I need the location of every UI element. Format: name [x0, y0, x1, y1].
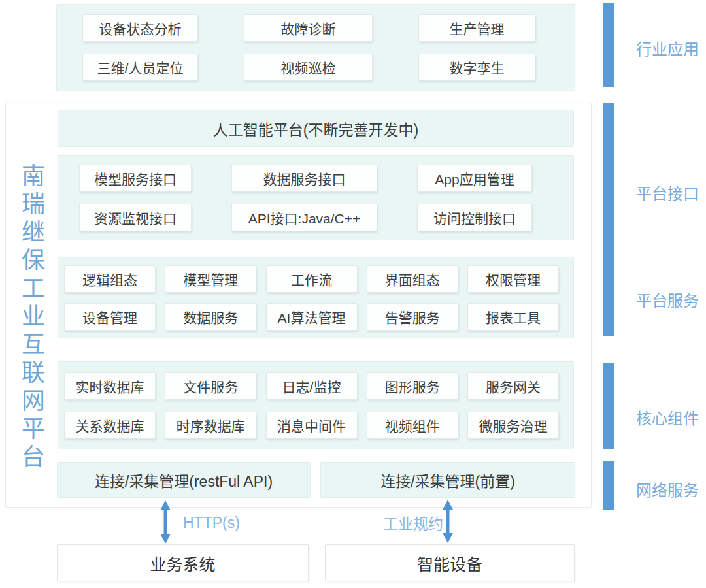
- app-box-fault-diagnosis: 故障诊断: [244, 14, 373, 42]
- svc-box-ai-algorithm: AI算法管理: [266, 303, 358, 331]
- app-box-3d-personnel: 三维/人员定位: [82, 54, 198, 81]
- services-row-2: 设备管理 数据服务 AI算法管理 告警服务 报表工具: [58, 303, 573, 331]
- if-box-access-control: 访问控制接口: [417, 204, 532, 231]
- category-label-industry: 行业应用: [636, 37, 705, 59]
- platform-interface-panel: 模型服务接口 数据服务接口 App应用管理 资源监视接口 API接口:Java/…: [58, 155, 574, 240]
- core-box-graphic-service: 图形服务: [367, 372, 458, 400]
- industry-row-2: 三维/人员定位 视频巡检 数字孪生: [57, 54, 575, 81]
- svc-box-data-service: 数据服务: [165, 303, 256, 331]
- protocol-label-industrial: 工业规约: [380, 512, 443, 534]
- core-box-message-middleware: 消息中间件: [266, 412, 358, 439]
- architecture-diagram: 设备状态分析 故障诊断 生产管理 三维/人员定位 视频巡检 数字孪生 南瑞继保工…: [0, 0, 706, 588]
- svc-box-model-mgmt: 模型管理: [165, 265, 256, 293]
- app-box-device-status: 设备状态分析: [82, 14, 198, 42]
- svc-box-ui-config: 界面组态: [367, 265, 458, 293]
- category-label-services: 平台服务: [636, 288, 705, 311]
- net-box-front-end: 连接/采集管理(前置): [320, 462, 575, 498]
- if-box-api-java-cpp: API接口:Java/C++: [231, 204, 377, 231]
- svc-box-alarm-service: 告警服务: [367, 303, 458, 331]
- category-bar-industry: [603, 3, 614, 87]
- net-box-restful-api: 连接/采集管理(restFul API): [57, 462, 311, 498]
- industry-apps-panel: 设备状态分析 故障诊断 生产管理 三维/人员定位 视频巡检 数字孪生: [56, 4, 575, 91]
- if-box-model-service: 模型服务接口: [79, 165, 192, 192]
- core-box-video-component: 视频组件: [367, 412, 458, 439]
- core-box-realtime-db: 实时数据库: [64, 372, 156, 400]
- app-box-video-inspection: 视频巡检: [244, 54, 373, 81]
- interface-row-2: 资源监视接口 API接口:Java/C++ 访问控制接口: [58, 204, 573, 231]
- app-box-production-mgmt: 生产管理: [418, 14, 535, 42]
- core-row-2: 关系数据库 时序数据库 消息中间件 视频组件 微服务治理: [58, 412, 573, 439]
- svc-box-workflow: 工作流: [266, 265, 358, 293]
- double-arrow-icon: [158, 500, 173, 544]
- core-box-relational-db: 关系数据库: [64, 412, 156, 439]
- core-box-file-service: 文件服务: [165, 372, 256, 400]
- ai-platform-header: 人工智能平台(不断完善开发中): [58, 110, 574, 147]
- category-label-interface: 平台接口: [636, 181, 705, 204]
- interface-row-1: 模型服务接口 数据服务接口 App应用管理: [58, 165, 573, 192]
- svc-box-report-tool: 报表工具: [467, 303, 559, 331]
- core-box-service-gateway: 服务网关: [467, 372, 559, 400]
- svc-box-logic-config: 逻辑组态: [64, 265, 156, 293]
- category-label-network: 网络服务: [636, 478, 705, 500]
- if-box-data-service: 数据服务接口: [231, 165, 377, 192]
- core-box-timeseries-db: 时序数据库: [165, 412, 256, 439]
- core-box-log-monitor: 日志/监控: [266, 372, 358, 400]
- svc-box-permission-mgmt: 权限管理: [467, 265, 559, 293]
- if-box-resource-monitor: 资源监视接口: [79, 204, 192, 231]
- core-box-microservice-gov: 微服务治理: [467, 412, 559, 439]
- if-box-app-mgmt: App应用管理: [417, 165, 532, 192]
- category-bar-core: [603, 363, 614, 449]
- protocol-label-http: HTTP(s): [183, 514, 240, 532]
- core-row-1: 实时数据库 文件服务 日志/监控 图形服务 服务网关: [58, 372, 573, 400]
- industry-row-1: 设备状态分析 故障诊断 生产管理: [57, 14, 575, 42]
- platform-title-vertical: 南瑞继保工业互联网平台: [16, 163, 45, 472]
- services-row-1: 逻辑组态 模型管理 工作流 界面组态 权限管理: [58, 265, 573, 293]
- platform-services-panel: 逻辑组态 模型管理 工作流 界面组态 权限管理 设备管理 数据服务 AI算法管理…: [58, 257, 574, 338]
- category-bar-network: [603, 461, 614, 510]
- category-bar-platform: [603, 103, 614, 336]
- app-box-digital-twin: 数字孪生: [418, 54, 535, 81]
- external-box-business-system: 业务系统: [57, 544, 309, 581]
- category-label-core: 核心组件: [636, 406, 705, 429]
- svc-box-device-mgmt: 设备管理: [64, 303, 156, 331]
- core-components-panel: 实时数据库 文件服务 日志/监控 图形服务 服务网关 关系数据库 时序数据库 消…: [58, 361, 574, 449]
- external-box-smart-device: 智能设备: [325, 544, 575, 581]
